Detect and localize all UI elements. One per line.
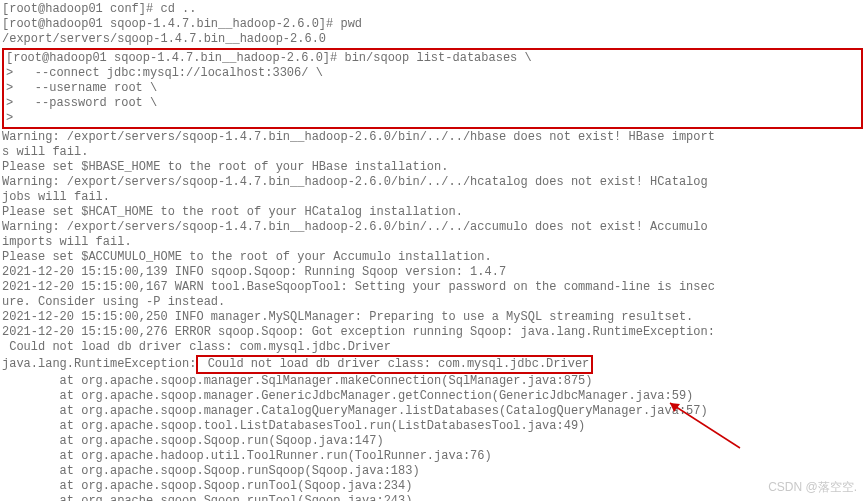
terminal-line: imports will fail. xyxy=(2,235,863,250)
terminal-line: > --username root \ xyxy=(6,81,859,96)
terminal-line: 2021-12-20 15:15:00,250 INFO manager.MyS… xyxy=(2,310,863,325)
terminal-line: jobs will fail. xyxy=(2,190,863,205)
watermark: CSDN @落空空. xyxy=(768,480,857,495)
terminal-line: [root@hadoop01 sqoop-1.4.7.bin__hadoop-2… xyxy=(2,17,863,32)
terminal-line: [root@hadoop01 conf]# cd .. xyxy=(2,2,863,17)
stack-line: at org.apache.sqoop.manager.SqlManager.m… xyxy=(2,374,863,389)
terminal-line: Could not load db driver class: com.mysq… xyxy=(2,340,863,355)
stack-line: at org.apache.sqoop.Sqoop.runTool(Sqoop.… xyxy=(2,479,863,494)
terminal-line: Warning: /export/servers/sqoop-1.4.7.bin… xyxy=(2,175,863,190)
error-highlight-box: Could not load db driver class: com.mysq… xyxy=(196,355,593,374)
terminal-line: 2021-12-20 15:15:00,276 ERROR sqoop.Sqoo… xyxy=(2,325,863,340)
annotation-arrow-icon xyxy=(660,398,750,458)
terminal-line: Warning: /export/servers/sqoop-1.4.7.bin… xyxy=(2,130,863,145)
stack-line: at org.apache.sqoop.Sqoop.runSqoop(Sqoop… xyxy=(2,464,863,479)
terminal-line: Please set $HCAT_HOME to the root of you… xyxy=(2,205,863,220)
warning-output: Warning: /export/servers/sqoop-1.4.7.bin… xyxy=(2,130,863,355)
terminal-line: s will fail. xyxy=(2,145,863,160)
terminal-line: /export/servers/sqoop-1.4.7.bin__hadoop-… xyxy=(2,32,863,47)
terminal-line: 2021-12-20 15:15:00,167 WARN tool.BaseSq… xyxy=(2,280,863,295)
exception-prefix: java.lang.RuntimeException: xyxy=(2,357,196,371)
terminal-line: Please set $ACCUMULO_HOME to the root of… xyxy=(2,250,863,265)
terminal-line: Please set $HBASE_HOME to the root of yo… xyxy=(2,160,863,175)
terminal-line: > --password root \ xyxy=(6,96,859,111)
terminal-line: > --connect jdbc:mysql://localhost:3306/… xyxy=(6,66,859,81)
command-highlight-box: [root@hadoop01 sqoop-1.4.7.bin__hadoop-2… xyxy=(2,48,863,129)
terminal-line: ure. Consider using -P instead. xyxy=(2,295,863,310)
stack-line: at org.apache.sqoop.Sqoop.runTool(Sqoop.… xyxy=(2,494,863,501)
exception-line: java.lang.RuntimeException: Could not lo… xyxy=(2,355,863,374)
pre-command-lines: [root@hadoop01 conf]# cd .. [root@hadoop… xyxy=(2,2,863,47)
terminal-line: Warning: /export/servers/sqoop-1.4.7.bin… xyxy=(2,220,863,235)
terminal-line: 2021-12-20 15:15:00,139 INFO sqoop.Sqoop… xyxy=(2,265,863,280)
terminal-line: [root@hadoop01 sqoop-1.4.7.bin__hadoop-2… xyxy=(6,51,859,66)
terminal-line: > xyxy=(6,111,859,126)
svg-marker-1 xyxy=(670,403,680,412)
svg-line-0 xyxy=(670,403,740,448)
